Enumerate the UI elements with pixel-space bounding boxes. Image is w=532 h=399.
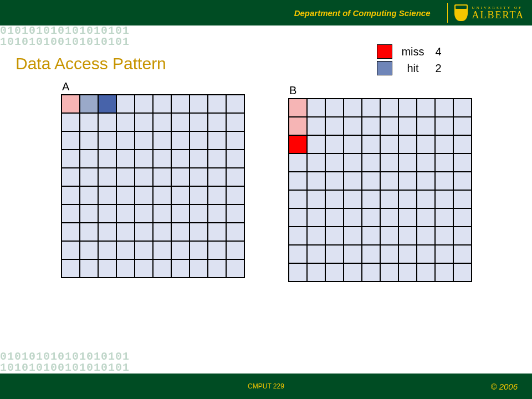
grid-cell (453, 135, 472, 154)
hit-label: hit (400, 62, 426, 75)
grid-cell (62, 259, 80, 278)
copyright: © 2006 (490, 382, 518, 391)
grid-cell (453, 208, 472, 227)
grid-cell (398, 172, 417, 190)
grid-cell (98, 95, 116, 113)
hit-swatch-icon (377, 61, 392, 75)
grid-cell (153, 259, 171, 278)
grid-cell (153, 95, 171, 113)
grid-cell (289, 208, 307, 227)
grid-cell (62, 241, 80, 259)
university-main-line: ALBERTA (472, 10, 524, 20)
grid-cell (171, 150, 190, 168)
grid-cell (226, 168, 244, 186)
grid-cell (171, 95, 190, 113)
grid-cell (362, 99, 380, 117)
binary-decoration-bottom: 010101010101010101 101010100101010101 (0, 351, 139, 374)
grid-cell (135, 204, 153, 223)
grid-cell (98, 131, 116, 150)
grid-cell (453, 172, 472, 190)
grid-cell (398, 208, 417, 227)
grid-cell (190, 186, 208, 204)
grid-cell (98, 186, 116, 204)
grid-cell (435, 117, 453, 135)
grid-cell (289, 263, 307, 282)
grid-cell (417, 227, 435, 245)
grid-cell (417, 154, 435, 172)
grid-cell (380, 99, 398, 117)
grid-cell (453, 263, 472, 282)
department-name: Department of Computing Science (294, 8, 431, 18)
grid-cell (398, 263, 417, 282)
grid-cell (171, 186, 190, 204)
grid-cell (398, 227, 417, 245)
grid-cell (398, 117, 417, 135)
grid-cell (98, 223, 116, 241)
grid-cell (153, 223, 171, 241)
grid-cell (398, 135, 417, 154)
legend: miss 4 hit 2 (377, 43, 447, 76)
grid-cell (325, 154, 344, 172)
grid-cell (116, 131, 135, 150)
grid-cell (435, 190, 453, 208)
grid-cell (171, 241, 190, 259)
matrix-A-label: A (62, 80, 245, 93)
grid-cell (435, 263, 453, 282)
grid-cell (190, 259, 208, 278)
grid-cell (80, 95, 98, 113)
grid-cell (226, 150, 244, 168)
grid-cell (116, 95, 135, 113)
grid-cell (98, 168, 116, 186)
grid-cell (307, 154, 325, 172)
footer-bar: CMPUT 229 © 2006 (0, 374, 532, 399)
grid-cell (344, 154, 362, 172)
grid-cell (380, 135, 398, 154)
grid-cell (417, 99, 435, 117)
grid-cell (98, 204, 116, 223)
grid-cell (208, 113, 226, 131)
grid-cell (289, 154, 307, 172)
grid-cell (208, 168, 226, 186)
grid-cell (380, 172, 398, 190)
grid-cell (190, 95, 208, 113)
grid-cell (325, 99, 344, 117)
grid-cell (135, 259, 153, 278)
grid-cell (153, 241, 171, 259)
grid-cell (435, 245, 453, 263)
grid-cell (116, 204, 135, 223)
miss-label: miss (400, 45, 426, 58)
grid-cell (98, 241, 116, 259)
grid-cell (362, 190, 380, 208)
university-crest-icon (454, 4, 468, 21)
grid-cell (135, 186, 153, 204)
grid-cell (307, 208, 325, 227)
grid-cell (208, 131, 226, 150)
grid-cell (62, 113, 80, 131)
grid-cell (344, 263, 362, 282)
grid-cell (135, 168, 153, 186)
grid-cell (62, 186, 80, 204)
grid-cell (80, 259, 98, 278)
grid-cell (153, 150, 171, 168)
grid-cell (398, 154, 417, 172)
grid-cell (80, 131, 98, 150)
grid-cell (362, 117, 380, 135)
grid-cell (190, 241, 208, 259)
grid-cell (453, 154, 472, 172)
grid-cell (153, 113, 171, 131)
grid-cell (307, 245, 325, 263)
grid-cell (453, 99, 472, 117)
grid-cell (362, 172, 380, 190)
grid-cell (208, 150, 226, 168)
miss-count: 4 (430, 45, 447, 58)
grid-cell (226, 95, 244, 113)
grid-cell (380, 154, 398, 172)
grid-cell (344, 227, 362, 245)
grid-cell (135, 95, 153, 113)
grid-cell (380, 227, 398, 245)
header-separator (447, 3, 448, 23)
grid-cell (62, 204, 80, 223)
grid-cell (153, 168, 171, 186)
grid-cell (362, 227, 380, 245)
grid-cell (171, 113, 190, 131)
